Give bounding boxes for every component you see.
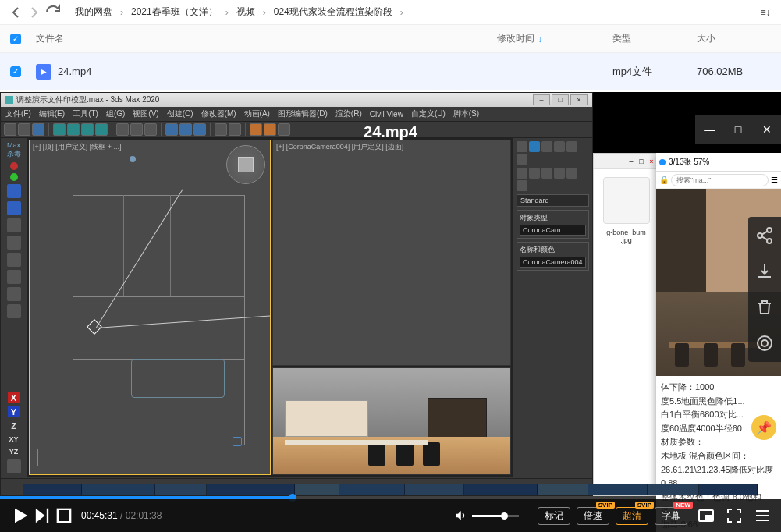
crumb-root[interactable]: 我的网盘 — [72, 4, 115, 20]
svg-point-3 — [758, 336, 772, 350]
delete-button[interactable] — [755, 298, 774, 317]
panel-tab-icon — [554, 141, 565, 152]
max-title-text: 调整演示文件印模型.max - 3ds Max 2020 — [16, 94, 159, 105]
quality-button[interactable]: 超清SVIP — [616, 507, 648, 525]
panel-tab-icon — [566, 141, 577, 152]
panel-tab-icon — [529, 141, 540, 152]
viewport-top: [+] [顶] [用户定义] [线框 + ...] — [29, 140, 271, 475]
toolbar-icon — [193, 123, 206, 136]
fullscreen-button[interactable] — [725, 506, 744, 525]
tool-icon — [7, 236, 21, 250]
svg-rect-7 — [706, 516, 712, 520]
crumb-2[interactable]: 视频 — [233, 4, 258, 20]
chevron-right-icon: › — [224, 7, 230, 18]
max-toolbar — [1, 121, 592, 138]
record-button[interactable] — [755, 334, 774, 353]
file-size: 706.02MB — [697, 66, 781, 77]
time-display: 00:45:31 / 02:01:38 — [81, 510, 162, 521]
header-name[interactable]: 文件名 — [31, 32, 497, 45]
axis-xy-button: XY — [8, 434, 20, 444]
overlay-window-controls: — □ ✕ — [695, 115, 781, 144]
close-icon: × — [648, 158, 655, 165]
play-button[interactable] — [9, 505, 31, 527]
toolbar-icon — [229, 123, 241, 136]
overlay-close-button[interactable]: ✕ — [754, 118, 779, 141]
svg-point-2 — [767, 239, 772, 243]
tool-icon — [10, 162, 18, 170]
toolbar-icon — [95, 123, 108, 136]
toolbar-icon — [278, 123, 290, 136]
share-button[interactable] — [755, 226, 774, 245]
playlist-button[interactable] — [753, 506, 772, 525]
svg-rect-5 — [58, 509, 70, 522]
modifier-dropdown: Standard — [517, 194, 589, 207]
crumb-1[interactable]: 2021春季班（文洋） — [128, 4, 221, 20]
nav-refresh-button[interactable] — [44, 3, 62, 22]
header-date[interactable]: 修改时间↓ — [497, 32, 612, 45]
chevron-right-icon: › — [261, 7, 268, 18]
volume-control[interactable] — [453, 509, 519, 523]
toolbar-icon — [53, 123, 66, 136]
overlay-maximize-button[interactable]: □ — [726, 118, 751, 141]
overlay-minimize-button[interactable]: — — [697, 118, 722, 141]
header-size[interactable]: 大小 — [697, 32, 781, 45]
viewports: [+] [CoronaCamera004] [用户定义] [边面] [+] [顶… — [27, 138, 513, 477]
toolbar-icon — [116, 123, 129, 136]
panel-tab-icon — [517, 141, 527, 152]
file-list-header: ✓ 文件名 修改时间↓ 类型 大小 — [0, 25, 781, 53]
axis-y-button: Y — [8, 406, 20, 417]
minimize-icon: – — [627, 158, 635, 165]
sort-button[interactable]: ≡↓ — [756, 3, 775, 22]
max-menu-bar: 文件(F) 编辑(E) 工具(T) 组(G) 视图(V) 创建(C) 修改器(M… — [1, 107, 592, 121]
download-button[interactable] — [755, 262, 774, 281]
toolbar-icon — [144, 123, 157, 136]
toolbar-icon — [67, 123, 80, 136]
max-minimize-button: – — [533, 94, 550, 105]
viewport-front: [+] [CoronaCamera004] [用户定义] [边面] — [272, 140, 511, 366]
mark-button[interactable]: 标记 — [538, 507, 570, 525]
nav-back-button[interactable] — [6, 3, 25, 22]
volume-slider[interactable] — [472, 515, 519, 517]
toolbar-icon — [179, 123, 192, 136]
stop-button[interactable] — [53, 505, 75, 527]
panel-subtab-icon — [541, 168, 552, 179]
explorer-window: – □ × g-bone_bum .jpg — [593, 153, 659, 496]
viewport-perspective — [272, 367, 511, 475]
panel-subtab-icon — [517, 168, 527, 179]
max-app-icon — [5, 96, 13, 104]
nav-forward-button[interactable] — [25, 3, 44, 22]
next-button[interactable] — [31, 505, 53, 527]
file-row[interactable]: ✓ ▶24.mp4 mp4文件 706.02MB — [0, 53, 781, 90]
toolbar-icon — [18, 123, 30, 136]
tool-icon — [7, 201, 21, 215]
axis-x-button: X — [8, 392, 20, 403]
max-left-toolbar: Max 杀毒 X Y Z XY YZ — [1, 138, 27, 477]
tool-icon — [7, 218, 21, 232]
breadcrumb: 我的网盘 › 2021春季班（文洋） › 视频 › 024现代家装全流程渲染阶段… — [72, 4, 756, 20]
max-titlebar: 调整演示文件印模型.max - 3ds Max 2020 – □ × — [1, 93, 592, 107]
axis-z-button: Z — [8, 420, 20, 431]
panel-subtab-icon — [566, 168, 577, 179]
file-checkbox[interactable]: ✓ — [10, 66, 21, 77]
pin-button[interactable]: 📌 — [751, 415, 776, 440]
top-navigation: 我的网盘 › 2021春季班（文洋） › 视频 › 024现代家装全流程渲染阶段… — [0, 0, 781, 25]
player-control-bar: 00:45:31 / 02:01:38 标记 倍速SVIP 超清SVIP 字幕N… — [0, 499, 781, 532]
page-indicator: 3/13张 57% — [669, 157, 709, 168]
crumb-3[interactable]: 024现代家装全流程渲染阶段 — [271, 4, 396, 20]
file-name: 24.mp4 — [58, 66, 91, 77]
svg-point-4 — [761, 340, 768, 346]
panel-tab-icon — [517, 154, 527, 165]
tab-dot-icon — [659, 159, 666, 165]
speed-button[interactable]: 倍速SVIP — [577, 507, 609, 525]
max-close-button: × — [570, 94, 588, 105]
progress-area[interactable] — [0, 481, 781, 499]
chevron-right-icon: › — [399, 7, 405, 18]
volume-icon[interactable] — [453, 509, 467, 523]
toolbar-icon — [165, 123, 178, 136]
subtitle-button[interactable]: 字幕NEW — [655, 507, 687, 525]
header-type[interactable]: 类型 — [612, 32, 697, 45]
pip-button[interactable] — [697, 506, 715, 525]
max-maximize-button: □ — [552, 94, 569, 105]
toolbar-icon — [130, 123, 143, 136]
select-all-checkbox[interactable]: ✓ — [10, 34, 21, 44]
